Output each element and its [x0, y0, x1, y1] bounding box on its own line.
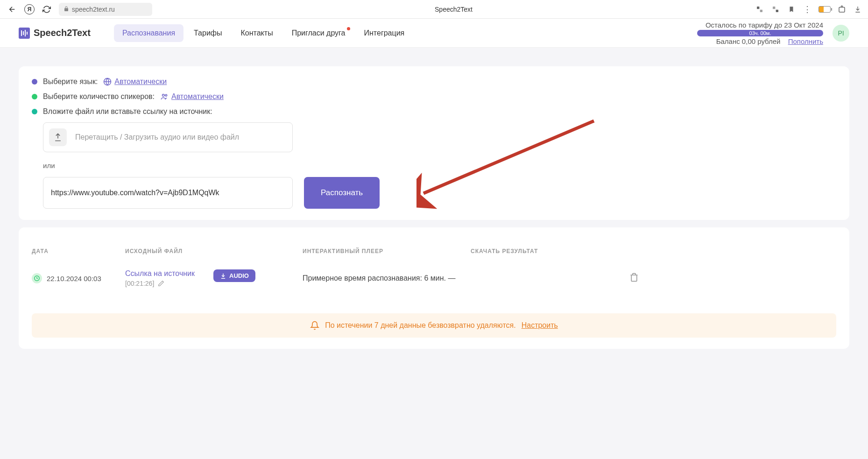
step-dot-3: [32, 109, 37, 114]
svg-rect-3: [776, 9, 778, 12]
edit-icon[interactable]: [158, 280, 164, 287]
or-label: или: [43, 162, 836, 169]
player-text: Примерное время распознавания: 6 мин. —: [303, 274, 471, 282]
nav-contacts[interactable]: Контакты: [233, 24, 282, 42]
back-button[interactable]: [6, 3, 19, 16]
avatar[interactable]: PI: [833, 25, 849, 42]
clock-icon: [32, 273, 42, 283]
topup-link[interactable]: Пополнить: [788, 37, 823, 45]
arrow-annotation: [416, 116, 603, 233]
globe-icon: [103, 78, 112, 86]
app-header: Speech2Text Распознавания Тарифы Контакт…: [0, 19, 868, 48]
row-date: 22.10.2024 00:03: [47, 275, 101, 282]
logo-text: Speech2Text: [34, 28, 91, 38]
svg-rect-8: [27, 32, 28, 35]
recognize-button[interactable]: Распознать: [304, 177, 380, 209]
users-icon: [160, 92, 169, 101]
tariff-info: Осталось по тарифу до 23 Окт 2024 03ч. 0…: [697, 21, 823, 45]
audio-download-button[interactable]: AUDIO: [213, 269, 255, 282]
bell-icon: [310, 321, 319, 330]
balance-text: Баланс 0,00 рублей: [716, 37, 781, 45]
results-card: ДАТА ИСХОДНЫЙ ФАЙЛ ИНТЕРАКТИВНЫЙ ПЛЕЕР С…: [19, 227, 849, 349]
browser-chrome: Я speech2text.ru Speech2Text ⋮: [0, 0, 868, 19]
nav-invite[interactable]: Пригласи друга: [283, 24, 354, 42]
svg-rect-1: [760, 9, 762, 12]
notice-link[interactable]: Настроить: [522, 321, 558, 330]
upload-dropzone[interactable]: Перетащить / Загрузить аудио или видео ф…: [43, 122, 293, 152]
step3-label: Вложите файл или вставьте ссылку на исто…: [43, 107, 212, 116]
translate-icon-2[interactable]: [771, 5, 780, 14]
tariff-remaining: Осталось по тарифу до 23 Окт 2024: [697, 21, 823, 29]
upload-icon: [49, 128, 67, 146]
logo[interactable]: Speech2Text: [19, 28, 91, 39]
nav-integration[interactable]: Интеграция: [356, 24, 413, 42]
source-link[interactable]: Ссылка на источник: [125, 269, 195, 278]
nav-tariffs[interactable]: Тарифы: [185, 24, 230, 42]
step2-label: Выберите количество спикеров:: [43, 92, 155, 101]
step-dot-2: [32, 94, 37, 99]
svg-line-12: [423, 121, 594, 193]
duration-text: [00:21:26]: [125, 280, 154, 287]
svg-rect-7: [25, 30, 26, 36]
nav: Распознавания Тарифы Контакты Пригласи д…: [114, 24, 413, 42]
svg-rect-2: [773, 7, 775, 9]
lock-icon: [64, 6, 69, 13]
th-player: ИНТЕРАКТИВНЫЙ ПЛЕЕР: [303, 248, 471, 254]
menu-icon[interactable]: ⋮: [803, 5, 812, 14]
url-input[interactable]: [43, 177, 293, 209]
svg-point-11: [165, 94, 167, 96]
th-source: ИСХОДНЫЙ ФАЙЛ: [125, 248, 303, 254]
table-header: ДАТА ИСХОДНЫЙ ФАЙЛ ИНТЕРАКТИВНЫЙ ПЛЕЕР С…: [32, 239, 836, 262]
bookmark-icon[interactable]: [787, 5, 796, 14]
extension-icon[interactable]: [837, 5, 847, 14]
upload-text: Перетащить / Загрузить аудио или видео ф…: [75, 133, 239, 141]
delete-button[interactable]: [629, 273, 657, 284]
battery-icon: [819, 6, 831, 13]
reload-button[interactable]: [40, 3, 53, 16]
yandex-icon[interactable]: Я: [24, 4, 35, 14]
step-dot-1: [32, 79, 37, 85]
nav-recognitions[interactable]: Распознавания: [114, 24, 183, 42]
notice-banner: По истечении 7 дней данные безвозвратно …: [32, 313, 836, 338]
speakers-link[interactable]: Автоматически: [160, 92, 224, 101]
download-icon[interactable]: [853, 5, 862, 14]
tariff-progress: 03ч. 00м.: [697, 30, 823, 36]
step1-label: Выберите язык:: [43, 78, 98, 86]
notification-dot: [347, 27, 350, 30]
svg-rect-6: [23, 31, 24, 35]
upload-card: Выберите язык: Автоматически Выберите ко…: [19, 66, 849, 220]
download-icon: [220, 273, 226, 279]
th-date: ДАТА: [32, 248, 125, 254]
notice-text: По истечении 7 дней данные безвозвратно …: [325, 321, 516, 330]
page-title: Speech2Text: [158, 6, 749, 13]
table-row: 22.10.2024 00:03 Ссылка на источник [00:…: [32, 262, 836, 295]
logo-icon: [19, 28, 30, 39]
svg-point-10: [162, 94, 165, 97]
svg-rect-4: [839, 7, 845, 12]
svg-rect-0: [757, 7, 759, 9]
url-text: speech2text.ru: [72, 6, 115, 13]
language-link[interactable]: Автоматически: [103, 78, 167, 86]
url-bar[interactable]: speech2text.ru: [59, 3, 152, 16]
svg-rect-5: [21, 30, 22, 36]
translate-icon[interactable]: [755, 5, 764, 14]
th-download: СКАЧАТЬ РЕЗУЛЬТАТ: [471, 248, 629, 254]
